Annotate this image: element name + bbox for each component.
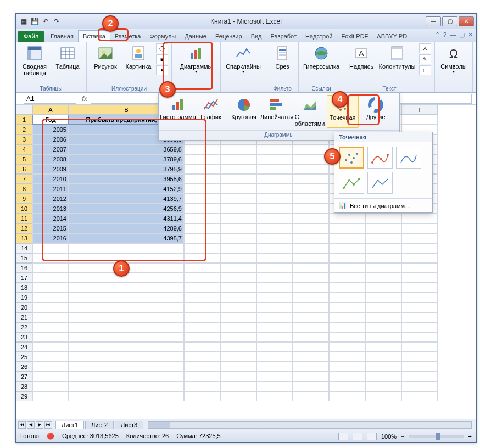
cell-A24[interactable] <box>32 342 69 352</box>
cell-H23[interactable] <box>365 332 401 342</box>
cell-A7[interactable]: 2010 <box>32 174 69 184</box>
cell-C17[interactable] <box>184 273 220 283</box>
cell-C8[interactable] <box>184 184 220 194</box>
cell-D21[interactable] <box>220 312 256 322</box>
cell-E9[interactable] <box>256 194 293 204</box>
cell-A2[interactable]: 2005 <box>32 125 69 135</box>
cell-C4[interactable] <box>184 144 220 154</box>
scatter-smooth-markers[interactable] <box>367 147 393 169</box>
cell-A4[interactable]: 2007 <box>32 144 69 154</box>
cell-B8[interactable]: 4152,9 <box>69 184 184 194</box>
cell-D10[interactable] <box>220 204 256 214</box>
fx-icon[interactable]: fx <box>79 95 91 103</box>
rowhdr-29[interactable]: 29 <box>16 391 32 401</box>
cell-D19[interactable] <box>220 293 256 303</box>
cell-A16[interactable] <box>32 263 69 273</box>
cell-H24[interactable] <box>365 342 401 352</box>
cell-I16[interactable] <box>401 263 438 273</box>
cell-D24[interactable] <box>220 342 256 352</box>
cell-A20[interactable] <box>32 303 69 312</box>
cell-A1[interactable]: Год <box>32 115 69 125</box>
rowhdr-18[interactable]: 18 <box>16 283 32 293</box>
chart-type-other[interactable]: Другие <box>360 95 392 128</box>
cell-E19[interactable] <box>256 293 293 303</box>
cell-F14[interactable] <box>293 243 329 253</box>
all-chart-types[interactable]: 📊 Все типы диаграмм… <box>334 198 432 212</box>
chart-type-line[interactable]: График <box>195 95 227 128</box>
cell-I25[interactable] <box>401 352 438 362</box>
hyperlink-button[interactable]: Гиперссылка <box>302 43 341 80</box>
cell-A23[interactable] <box>32 332 69 342</box>
cell-A17[interactable] <box>32 273 69 283</box>
macro-record-icon[interactable]: 🔴 <box>47 433 54 440</box>
cell-F4[interactable] <box>293 144 329 154</box>
cell-C13[interactable] <box>184 233 220 243</box>
cell-B14[interactable] <box>69 243 184 253</box>
cell-B25[interactable] <box>69 352 184 362</box>
cell-B4[interactable]: 3659,8 <box>69 144 184 154</box>
rowhdr-11[interactable]: 11 <box>16 214 32 223</box>
tab-abbyy[interactable]: ABBYY PD <box>372 31 411 42</box>
tab-review[interactable]: Рецензир <box>211 31 247 42</box>
tab-formulas[interactable]: Формулы <box>145 31 180 42</box>
cell-G27[interactable] <box>329 372 365 382</box>
cell-F13[interactable] <box>293 233 329 243</box>
horizontal-scrollbar[interactable] <box>148 421 472 429</box>
select-all-corner[interactable] <box>16 105 32 115</box>
cell-A3[interactable]: 2006 <box>32 135 69 144</box>
cell-F19[interactable] <box>293 293 329 303</box>
cell-G16[interactable] <box>329 263 365 273</box>
view-pagelayout-icon[interactable] <box>353 433 362 440</box>
tab-file[interactable]: Файл <box>18 31 44 42</box>
cell-D15[interactable] <box>220 253 256 263</box>
cell-B11[interactable]: 4311,4 <box>69 214 184 223</box>
help-icon[interactable]: ? <box>443 31 446 38</box>
cell-I21[interactable] <box>401 312 438 322</box>
rowhdr-2[interactable]: 2 <box>16 125 32 135</box>
cell-E10[interactable] <box>256 204 293 214</box>
cell-I24[interactable] <box>401 342 438 352</box>
cell-A27[interactable] <box>32 372 69 382</box>
zoom-in-icon[interactable]: + <box>468 433 472 440</box>
cell-D12[interactable] <box>220 223 256 233</box>
scroll-thumb[interactable] <box>148 422 170 428</box>
chart-type-bar[interactable]: Линейчатая <box>261 95 293 128</box>
wordart-button[interactable]: A <box>419 43 431 53</box>
cell-E16[interactable] <box>256 263 293 273</box>
tab-addins[interactable]: Надстрой <box>301 31 337 42</box>
cell-I1[interactable] <box>401 115 438 125</box>
charts-button[interactable]: Диаграммы ▾ <box>175 43 217 80</box>
cell-C11[interactable] <box>184 214 220 223</box>
object-button[interactable]: ▢ <box>419 65 431 75</box>
tab-insert[interactable]: Вставка <box>78 30 110 42</box>
chart-type-pie[interactable]: Круговая <box>228 95 260 128</box>
cell-C25[interactable] <box>184 352 220 362</box>
picture-button[interactable]: Рисунок <box>90 43 121 80</box>
cell-H28[interactable] <box>365 382 401 391</box>
cell-D11[interactable] <box>220 214 256 223</box>
cell-B10[interactable]: 4256,9 <box>69 204 184 214</box>
doc-close-icon[interactable]: ✕ <box>468 31 473 38</box>
cell-D6[interactable] <box>220 164 256 174</box>
headerfooter-button[interactable]: Колонтитулы <box>377 43 417 80</box>
cell-A21[interactable] <box>32 312 69 322</box>
cell-C14[interactable] <box>184 243 220 253</box>
cell-D28[interactable] <box>220 382 256 391</box>
cell-B29[interactable] <box>69 391 184 401</box>
cell-E24[interactable] <box>256 342 293 352</box>
textbox-button[interactable]: A Надпись <box>348 43 375 80</box>
cell-E21[interactable] <box>256 312 293 322</box>
cell-E29[interactable] <box>256 391 293 401</box>
cell-E6[interactable] <box>256 164 293 174</box>
cell-C28[interactable] <box>184 382 220 391</box>
cell-C29[interactable] <box>184 391 220 401</box>
cell-D25[interactable] <box>220 352 256 362</box>
prev-sheet-icon[interactable]: ◀ <box>27 421 35 429</box>
cell-B18[interactable] <box>69 283 184 293</box>
rowhdr-24[interactable]: 24 <box>16 342 32 352</box>
cell-B7[interactable]: 3955,6 <box>69 174 184 184</box>
clipart-button[interactable]: Картинка <box>123 43 154 80</box>
cell-H27[interactable] <box>365 372 401 382</box>
cell-C23[interactable] <box>184 332 220 342</box>
cell-D20[interactable] <box>220 303 256 312</box>
